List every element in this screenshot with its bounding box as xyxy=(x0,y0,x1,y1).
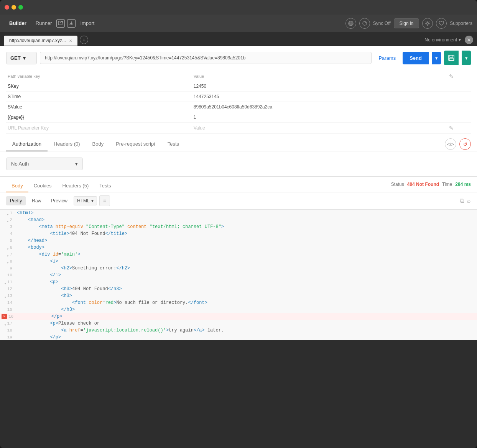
save-button[interactable] xyxy=(444,51,459,65)
param-row-edit-icon[interactable]: ✎ xyxy=(449,125,454,131)
resp-tab-headers[interactable]: Headers (5) xyxy=(57,180,94,192)
code-icon-button[interactable]: </> xyxy=(445,138,456,150)
params-col-key: Path variable key xyxy=(6,70,192,81)
send-button[interactable]: Send xyxy=(403,52,429,64)
fold-icon-13[interactable]: ▾ xyxy=(3,294,7,297)
line-content-13: <h3> xyxy=(15,292,74,299)
fold-icon-7[interactable]: ▾ xyxy=(6,253,9,256)
auth-type-select[interactable]: No Auth ▾ xyxy=(6,158,83,170)
sync-off-label: Sync Off xyxy=(373,21,391,26)
resp-tab-cookies[interactable]: Cookies xyxy=(28,180,57,192)
code-line-1: ▾ 1 <html> xyxy=(0,210,477,217)
svg-rect-5 xyxy=(450,55,453,57)
globe-icon[interactable] xyxy=(345,18,356,29)
line-content-6: <body> xyxy=(15,244,46,251)
toolbar-right: ⧉ ⌕ xyxy=(460,197,471,204)
environment-selector[interactable]: No environment ▾ ✕ xyxy=(424,36,473,44)
line-content-15: </h3> xyxy=(15,306,76,313)
auth-type-label: No Auth xyxy=(11,161,29,167)
app-window: Builder Runner Import xyxy=(0,0,477,448)
line-number-6: ▾ 6 xyxy=(0,244,15,251)
line-content-10: </i> xyxy=(15,272,63,279)
builder-nav-button[interactable]: Builder xyxy=(5,18,31,28)
top-nav: Builder Runner Import xyxy=(0,15,477,32)
line-number-11: ▾ 11 xyxy=(0,279,15,286)
fold-icon-17[interactable]: ▾ xyxy=(3,322,7,325)
param-key-url: URL Parameter Key xyxy=(6,123,192,134)
line-number-16: ✕ 16 xyxy=(0,313,16,320)
refresh-icon-button[interactable]: ↺ xyxy=(459,138,471,150)
url-input[interactable] xyxy=(40,52,372,64)
method-select[interactable]: GET ▾ xyxy=(6,52,37,64)
line-number-17: ▾ 17 xyxy=(0,320,15,327)
close-button[interactable] xyxy=(5,5,9,10)
format-select[interactable]: HTML ▾ xyxy=(74,196,97,205)
import-icon[interactable] xyxy=(67,19,76,28)
fold-icon-11[interactable]: ▾ xyxy=(3,281,7,284)
response-section: Body Cookies Headers (5) Tests Status 40… xyxy=(0,177,477,340)
line-number-1: ▾ 1 xyxy=(0,210,15,217)
line-number-9: ▾ 9 xyxy=(0,265,15,272)
fold-icon-6[interactable]: ▾ xyxy=(6,246,9,249)
code-line-8: ▾ 8 <i> xyxy=(0,258,477,265)
resp-tab-body[interactable]: Body xyxy=(6,180,28,192)
tab-close-icon[interactable]: ✕ xyxy=(69,39,72,43)
minimize-button[interactable] xyxy=(12,5,16,10)
tab-authorization[interactable]: Authorization xyxy=(6,137,48,151)
search-icon[interactable]: ⌕ xyxy=(467,197,471,204)
svg-rect-6 xyxy=(449,58,453,61)
send-dropdown-button[interactable]: ▾ xyxy=(432,52,441,64)
sync-icon[interactable] xyxy=(359,18,370,29)
code-line-10: ▾ 10 </i> xyxy=(0,272,477,279)
line-content-11: <p> xyxy=(15,279,60,286)
auth-section: No Auth ▾ xyxy=(0,151,477,177)
tab-tests[interactable]: Tests xyxy=(161,137,185,151)
heart-icon[interactable] xyxy=(436,18,447,29)
params-edit-icon[interactable]: ✎ xyxy=(449,73,454,79)
copy-icon[interactable]: ⧉ xyxy=(460,197,464,204)
save-dropdown-button[interactable]: ▾ xyxy=(462,51,471,65)
settings-icon[interactable] xyxy=(422,18,433,29)
line-number-2: ▾ 2 xyxy=(0,217,15,223)
tab-url: http://loveuqian.mvip7.xyz... xyxy=(9,38,66,43)
active-tab[interactable]: http://loveuqian.mvip7.xyz... ✕ xyxy=(4,36,77,46)
tab-bar: http://loveuqian.mvip7.xyz... ✕ + No env… xyxy=(0,32,477,46)
import-nav-button[interactable]: Import xyxy=(76,18,99,28)
code-line-9: ▾ 9 <h2>Something error:</h2> xyxy=(0,265,477,272)
code-line-11: ▾ 11 <p> xyxy=(0,279,477,286)
supporters-label[interactable]: Supporters xyxy=(450,21,472,26)
tab-headers[interactable]: Headers (0) xyxy=(48,137,86,151)
code-line-7: ▾ 7 <div id='main'> xyxy=(0,251,477,258)
params-button[interactable]: Params xyxy=(375,52,400,64)
resp-tab-tests[interactable]: Tests xyxy=(94,180,116,192)
preview-view-button[interactable]: Preview xyxy=(47,196,71,205)
tab-body[interactable]: Body xyxy=(86,137,110,151)
raw-view-button[interactable]: Raw xyxy=(28,196,45,205)
line-number-12: ▾ 12 xyxy=(0,286,15,292)
fold-icon-2[interactable]: ▾ xyxy=(6,218,9,222)
code-line-12: ▾ 12 <h3>404 Not Found</h3> xyxy=(0,286,477,292)
table-row: {{page}} 1 xyxy=(6,112,471,123)
pretty-view-button[interactable]: Pretty xyxy=(6,196,26,205)
fold-icon-8[interactable]: ▾ xyxy=(6,260,9,263)
sign-in-button[interactable]: Sign in xyxy=(394,18,419,28)
line-content-16: </p> xyxy=(16,313,64,320)
code-line-4: ▾ 4 <title>404 Not Found</title> xyxy=(0,230,477,237)
tab-pre-request[interactable]: Pre-request script xyxy=(110,137,161,151)
response-toolbar: Pretty Raw Preview HTML ▾ ≡ ⧉ ⌕ xyxy=(0,192,477,210)
svg-point-3 xyxy=(427,22,429,24)
add-tab-button[interactable]: + xyxy=(80,36,88,44)
param-value-url: Value xyxy=(192,123,448,134)
line-number-3: ▾ 3 xyxy=(0,223,15,230)
maximize-button[interactable] xyxy=(18,5,23,10)
request-bar: GET ▾ Params Send ▾ ▾ xyxy=(0,46,477,70)
env-dropdown-icon: ▾ xyxy=(459,37,461,43)
fold-icon-1[interactable]: ▾ xyxy=(6,212,9,215)
code-line-15: ▾ 15 </h3> xyxy=(0,306,477,313)
env-clear-button[interactable]: ✕ xyxy=(465,36,473,44)
wrap-button[interactable]: ≡ xyxy=(99,195,110,206)
runner-nav-button[interactable]: Runner xyxy=(31,18,57,28)
new-window-icon[interactable] xyxy=(56,19,65,28)
code-line-2: ▾ 2 <head> xyxy=(0,217,477,223)
line-content-8: <i> xyxy=(15,258,60,265)
